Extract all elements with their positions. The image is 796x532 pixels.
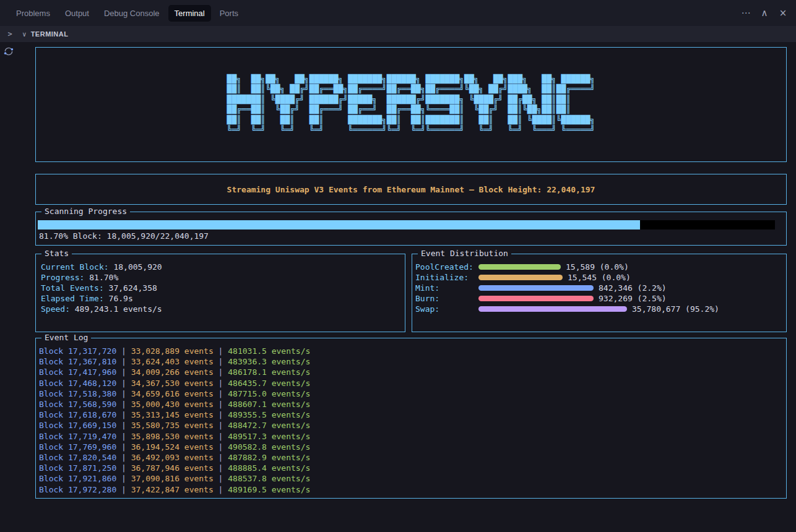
stat-label: Progress: <box>41 273 84 282</box>
log-block: Block 17,367,810 <box>39 357 116 366</box>
log-row: Block 17,669,150 | 35,580,735 events | 4… <box>39 420 780 431</box>
stat-row: Current Block: 18,005,920 <box>41 262 399 272</box>
log-events: 36,787,946 events <box>131 463 214 473</box>
stat-value: 489,243.1 events/s <box>70 304 162 314</box>
log-events: 35,580,735 events <box>131 421 214 430</box>
distribution-value: 15,545 (0.0%) <box>568 273 631 282</box>
log-block: Block 17,518,380 <box>39 389 116 398</box>
maximize-panel-icon[interactable]: ∧ <box>758 6 771 20</box>
panel-left-gutter <box>0 42 17 532</box>
log-block: Block 17,669,150 <box>39 421 116 430</box>
distribution-row: PoolCreated:15,589 (0.0%) <box>415 262 780 272</box>
log-separator: | <box>116 485 131 494</box>
log-rate: 486178.1 events/s <box>228 367 310 377</box>
tab-output[interactable]: Output <box>59 5 95 22</box>
distribution-bar <box>478 306 627 312</box>
stat-row: Total Events: 37,624,358 <box>41 283 399 293</box>
log-row: Block 17,921,860 | 37,090,816 events | 4… <box>39 473 780 484</box>
distribution-label: Mint: <box>415 283 478 293</box>
stat-label: Speed: <box>41 304 70 314</box>
log-separator: | <box>214 442 228 452</box>
stats-rows: Current Block: 18,005,920Progress: 81.70… <box>41 262 399 314</box>
stat-value: 37,624,358 <box>104 283 157 293</box>
terminal-section-header: > ∨ TERMINAL <box>0 26 796 42</box>
log-separator: | <box>116 379 131 388</box>
event-log-rows: Block 17,317,720 | 33,028,889 events | 4… <box>39 346 780 495</box>
log-row: Block 17,317,720 | 33,028,889 events | 4… <box>39 346 780 356</box>
stat-row: Speed: 489,243.1 events/s <box>41 304 399 314</box>
stat-value: 76.9s <box>104 294 133 303</box>
log-rate: 488607.1 events/s <box>228 400 310 409</box>
log-events: 35,313,145 events <box>131 410 214 419</box>
log-block: Block 17,769,960 <box>39 442 116 452</box>
progress-fill <box>38 220 640 230</box>
stat-label: Current Block: <box>41 262 109 272</box>
stat-row: Elapsed Time: 76.9s <box>41 293 399 304</box>
tab-debug-console[interactable]: Debug Console <box>98 5 166 22</box>
log-separator: | <box>214 367 228 377</box>
log-rate: 487882.9 events/s <box>228 453 310 462</box>
chevron-down-icon[interactable]: ∨ <box>22 30 27 38</box>
log-separator: | <box>116 410 131 419</box>
sync-icon[interactable] <box>3 46 14 57</box>
log-separator: | <box>116 389 131 398</box>
log-separator: | <box>116 346 131 356</box>
log-row: Block 17,367,810 | 33,624,403 events | 4… <box>39 356 780 367</box>
distribution-label: PoolCreated: <box>415 262 478 272</box>
log-block: Block 17,568,590 <box>39 400 116 409</box>
panel-tab-bar: ProblemsOutputDebug ConsoleTerminalPorts… <box>0 0 796 26</box>
close-panel-icon[interactable]: × <box>776 6 790 20</box>
log-rate: 481031.5 events/s <box>228 346 310 356</box>
log-rate: 488885.4 events/s <box>228 463 310 473</box>
stream-info-text: Streaming Uniswap V3 Events from Ethereu… <box>227 185 595 194</box>
tab-terminal[interactable]: Terminal <box>168 5 211 22</box>
log-row: Block 17,618,670 | 35,313,145 events | 4… <box>39 410 780 420</box>
log-separator: | <box>116 442 131 452</box>
log-row: Block 17,820,540 | 36,492,093 events | 4… <box>39 452 780 463</box>
distribution-row: Mint:842,346 (2.2%) <box>415 283 780 293</box>
log-row: Block 17,568,590 | 35,000,430 events | 4… <box>39 399 780 410</box>
banner-panel: ██╗ ██╗██╗ ██╗██████╗ ███████╗██████╗ ██… <box>35 47 787 162</box>
log-row: Block 17,468,120 | 34,367,530 events | 4… <box>39 378 780 388</box>
distribution-value: 932,269 (2.5%) <box>599 294 667 303</box>
distribution-label: Burn: <box>415 294 478 303</box>
log-row: Block 17,518,380 | 34,659,616 events | 4… <box>39 388 780 399</box>
event-distribution-panel: Event Distribution PoolCreated:15,589 (0… <box>412 254 787 332</box>
stat-value: 81.70% <box>84 273 118 282</box>
scanning-progress-panel: Scanning Progress 81.70% Block: 18,005,9… <box>35 212 787 246</box>
tab-ports[interactable]: Ports <box>214 5 244 22</box>
more-actions-icon[interactable]: ⋯ <box>739 6 753 20</box>
distribution-bar <box>478 296 594 301</box>
distribution-bar <box>478 285 594 291</box>
stats-distribution-row: Stats Current Block: 18,005,920Progress:… <box>35 254 787 332</box>
log-separator: | <box>116 463 131 473</box>
log-separator: | <box>214 474 228 483</box>
log-separator: | <box>214 389 228 398</box>
scanning-progress-title: Scanning Progress <box>41 207 130 217</box>
log-rate: 489169.5 events/s <box>228 485 310 494</box>
chevron-right-icon[interactable]: > <box>5 30 15 38</box>
distribution-bar <box>478 264 561 270</box>
panel-body: ██╗ ██╗██╗ ██╗██████╗ ███████╗██████╗ ██… <box>0 42 796 532</box>
log-rate: 487715.0 events/s <box>228 389 310 398</box>
log-events: 35,898,530 events <box>131 432 214 441</box>
log-separator: | <box>116 453 131 462</box>
log-separator: | <box>116 357 131 366</box>
log-row: Block 17,972,280 | 37,422,847 events | 4… <box>39 484 780 495</box>
log-separator: | <box>214 410 228 419</box>
log-separator: | <box>214 357 228 366</box>
log-separator: | <box>214 400 228 409</box>
log-rate: 489517.3 events/s <box>228 432 310 441</box>
distribution-value: 15,589 (0.0%) <box>566 262 629 272</box>
distribution-row: Initialize:15,545 (0.0%) <box>415 272 780 283</box>
distribution-label: Initialize: <box>415 273 478 282</box>
panel-actions: ⋯ ∧ × <box>739 6 790 20</box>
log-events: 37,422,847 events <box>131 485 214 494</box>
terminal-content[interactable]: ██╗ ██╗██╗ ██╗██████╗ ███████╗██████╗ ██… <box>17 42 796 532</box>
distribution-row: Swap:35,780,677 (95.2%) <box>415 304 780 314</box>
log-row: Block 17,719,470 | 35,898,530 events | 4… <box>39 431 780 442</box>
log-separator: | <box>116 367 131 377</box>
distribution-row: Burn:932,269 (2.5%) <box>415 293 780 304</box>
terminal-header-label: TERMINAL <box>31 30 69 38</box>
tab-problems[interactable]: Problems <box>10 5 56 22</box>
